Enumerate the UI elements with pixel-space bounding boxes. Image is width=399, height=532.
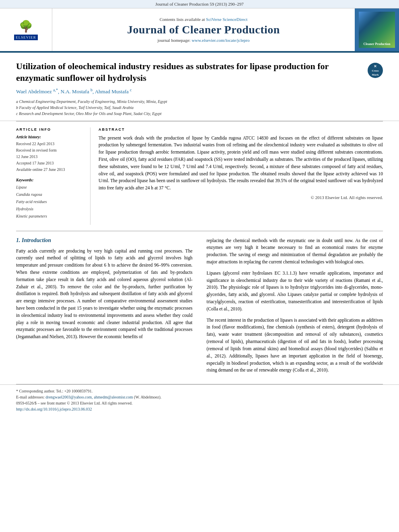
homepage-prefix: journal homepage: bbox=[158, 38, 192, 43]
email-line: E-mail addresses: drengwael2003@yahoo.co… bbox=[16, 395, 383, 399]
keyword-5: Kinetic parameters bbox=[16, 213, 84, 220]
intro-para-1: Fatty acids currently are producing by v… bbox=[16, 248, 193, 341]
article-title: Utilization of oleochemical industry res… bbox=[16, 61, 364, 84]
elsevier-logo-section: 🌳 ELSEVIER bbox=[0, 8, 52, 51]
introduction-section: 1. Introduction Fatty acids currently ar… bbox=[0, 231, 399, 384]
keyword-1: Lipase bbox=[16, 184, 84, 191]
doi-line: http://dx.doi.org/10.1016/j.jclepro.2013… bbox=[16, 407, 383, 411]
intro-left-col: 1. Introduction Fatty acids currently ar… bbox=[16, 237, 199, 378]
keyword-3: Fatty acid residues bbox=[16, 198, 84, 205]
intro-right-col: replacing the chemical methods with the … bbox=[207, 237, 383, 378]
available-online: Available online 27 June 2013 bbox=[16, 166, 84, 173]
corresponding-author-note: * Corresponding author. Tel.: +20 100085… bbox=[16, 389, 383, 393]
journal-cover-image: Cleaner Production bbox=[355, 8, 399, 51]
journal-title-section: Contents lists available at SciVerse Sci… bbox=[52, 8, 355, 51]
intro-para-2: replacing the chemical methods with the … bbox=[207, 237, 383, 266]
keywords-label: Keywords: bbox=[16, 178, 84, 182]
top-bar: Journal of Cleaner Production 59 (2013) … bbox=[0, 0, 399, 8]
intro-para-3: Lipases (glycerol ester hydrolases EC 3.… bbox=[207, 270, 383, 313]
crossmark-icon: ✕CrossMark bbox=[372, 64, 378, 76]
journal-citation: Journal of Cleaner Production 59 (2013) … bbox=[155, 2, 243, 6]
keyword-2: Candida rugosa bbox=[16, 191, 84, 198]
affiliation-b: b Faculty of Applied Medical Science, Ta… bbox=[16, 105, 364, 111]
info-abstract-section: ARTICLE INFO Article history: Received 2… bbox=[0, 121, 399, 231]
email-1[interactable]: drengwael2003@yahoo.com, bbox=[45, 395, 93, 399]
cover-label: Cleaner Production bbox=[363, 42, 390, 46]
journal-header: 🌳 ELSEVIER Contents lists available at S… bbox=[0, 8, 399, 52]
email-label: E-mail addresses: bbox=[16, 395, 45, 399]
elsevier-tree-icon: 🌳 bbox=[14, 20, 38, 33]
homepage-link[interactable]: www.elsevier.com/locate/jclepro bbox=[191, 38, 249, 43]
article-footer: * Corresponding author. Tel.: +20 100085… bbox=[0, 384, 399, 417]
affiliation-c: c Research and Development Sector, Oleo … bbox=[16, 111, 364, 117]
article-info-header: ARTICLE INFO bbox=[16, 127, 84, 131]
intro-para-4: The recent interest in the production of… bbox=[207, 317, 383, 374]
journal-homepage: journal homepage: www.elsevier.com/locat… bbox=[158, 38, 250, 43]
section-heading: 1. Introduction bbox=[16, 237, 193, 244]
article-history-label: Article history: bbox=[16, 135, 84, 139]
article-header: Utilization of oleochemical industry res… bbox=[0, 53, 399, 121]
received-date: Received 22 April 2013 bbox=[16, 141, 84, 147]
received-revised-label: Received in revised form bbox=[16, 147, 84, 154]
elsevier-wordmark: ELSEVIER bbox=[14, 35, 38, 40]
sciverse-link[interactable]: SciVerse ScienceDirect bbox=[206, 17, 247, 22]
journal-title: Journal of Cleaner Production bbox=[127, 23, 280, 36]
affiliation-a: a Chemical Engineering Department, Facul… bbox=[16, 99, 364, 105]
accepted-date: Accepted 17 June 2013 bbox=[16, 160, 84, 166]
abstract-header: ABSTRACT bbox=[99, 127, 383, 131]
abstract-col: ABSTRACT The present work deals with the… bbox=[99, 127, 383, 225]
contents-prefix: Contents lists available at bbox=[160, 17, 205, 22]
copyright-line: © 2013 Elsevier Ltd. All rights reserved… bbox=[99, 195, 383, 200]
abstract-text: The present work deals with the producti… bbox=[99, 135, 383, 192]
authors-line: Wael Abdelmoez a,*, N.A. Mostafa b, Ahma… bbox=[16, 88, 364, 95]
email-suffix: (W. Abdelmoez). bbox=[134, 395, 161, 399]
keyword-4: Hydrolysis bbox=[16, 205, 84, 213]
crossmark: ✕CrossMark bbox=[368, 63, 383, 78]
article-info-col: ARTICLE INFO Article history: Received 2… bbox=[16, 127, 90, 225]
article-history: Article history: Received 22 April 2013 … bbox=[16, 135, 84, 173]
issn-line: 0959-6526/$ – see front matter © 2013 El… bbox=[16, 401, 383, 405]
keywords-block: Keywords: Lipase Candida rugosa Fatty ac… bbox=[16, 178, 84, 220]
contents-line: Contents lists available at SciVerse Sci… bbox=[160, 17, 247, 22]
doi-link[interactable]: http://dx.doi.org/10.1016/j.jclepro.2013… bbox=[16, 407, 92, 411]
revised-date: 12 June 2013 bbox=[16, 154, 84, 160]
email-2[interactable]: ahmedm@aleomisr.com bbox=[94, 395, 133, 399]
affiliations: a Chemical Engineering Department, Facul… bbox=[16, 99, 364, 117]
